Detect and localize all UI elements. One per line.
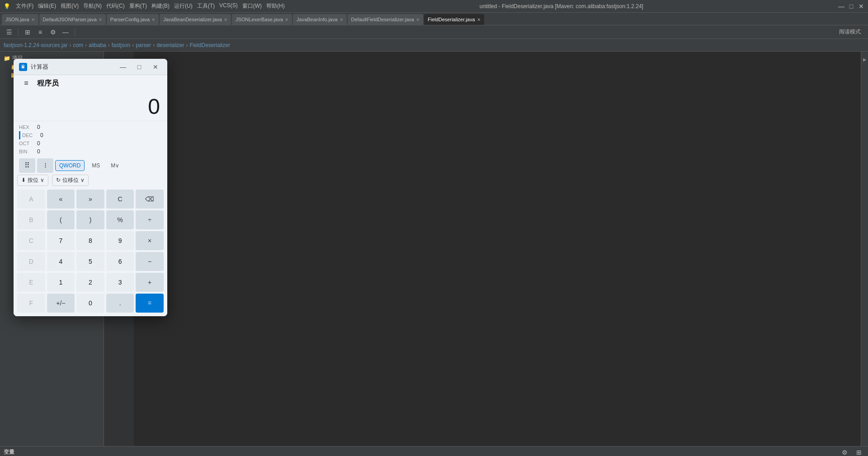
btn-equals[interactable]: = <box>136 294 164 313</box>
tab-javabeandeserializer-close[interactable]: ✕ <box>224 17 227 22</box>
btn-9[interactable]: 9 <box>106 231 134 250</box>
bitshift-button[interactable]: ⬇ 按位 ∨ <box>17 175 48 186</box>
menu-window[interactable]: 窗口(W) <box>242 2 262 10</box>
maximize-button[interactable]: □ <box>848 3 854 10</box>
structure-button[interactable]: ⊞ <box>22 27 33 38</box>
btn-decimal[interactable]: . <box>106 294 134 313</box>
tab-javabeaninfo[interactable]: JavaBeanInfo.java ✕ <box>293 14 347 25</box>
menu-edit[interactable]: 编辑(E) <box>38 2 56 10</box>
btn-divide[interactable]: ÷ <box>136 210 164 229</box>
btn-open-paren[interactable]: ( <box>47 210 75 229</box>
breadcrumb-deserializer[interactable]: deserializer <box>156 42 184 48</box>
tab-jsonlexerbase-close[interactable]: ✕ <box>285 17 288 22</box>
breadcrumb-com[interactable]: com <box>73 42 83 48</box>
calculator-maximize-button[interactable]: □ <box>133 61 146 73</box>
hex-row[interactable]: HEX 0 <box>19 123 162 131</box>
hide-panel-button[interactable]: — <box>60 27 71 38</box>
btn-8[interactable]: 8 <box>76 231 104 250</box>
window-controls[interactable]: — □ ✕ <box>838 3 864 10</box>
tab-parserconfig-close[interactable]: ✕ <box>151 17 155 22</box>
btn-subtract[interactable]: − <box>136 252 164 271</box>
tab-javabeaninfo-close[interactable]: ✕ <box>340 17 343 22</box>
btn-lshift[interactable]: « <box>47 190 75 209</box>
hierarchy-button[interactable]: ≡ <box>35 27 46 38</box>
btn-5[interactable]: 5 <box>76 252 104 271</box>
tab-parserconfig[interactable]: ParserConfig.java ✕ <box>107 14 159 25</box>
bitgroup-button[interactable]: ⠿ <box>19 158 35 173</box>
tab-json[interactable]: JSON.java ✕ <box>2 14 38 25</box>
tab-fielddeserializer[interactable]: FieldDeserializer.java ✕ <box>424 14 484 25</box>
tab-jsonlexerbase[interactable]: JSONLexerBase.java ✕ <box>232 14 292 25</box>
tab-fielddeserializer-close[interactable]: ✕ <box>477 17 481 22</box>
code-content[interactable] <box>134 52 861 446</box>
menu-bar[interactable]: 文件(F) 编辑(E) 视图(V) 导航(N) 代码(C) 重构(T) 构建(B… <box>16 2 285 10</box>
dec-row[interactable]: DEC 0 <box>19 131 162 139</box>
nibble-button[interactable]: ⁝ <box>37 158 53 173</box>
mv-button[interactable]: M∨ <box>107 161 123 171</box>
btn-plusminus[interactable]: +/− <box>47 294 75 313</box>
btn-7[interactable]: 7 <box>47 231 75 250</box>
btn-3[interactable]: 3 <box>106 273 134 292</box>
tab-javabeandeserializer[interactable]: JavaBeanDeserializer.java ✕ <box>160 14 231 25</box>
btn-B[interactable]: B <box>17 210 45 229</box>
btn-add[interactable]: + <box>136 273 164 292</box>
btn-close-paren[interactable]: ) <box>76 210 104 229</box>
btn-percent[interactable]: % <box>106 210 134 229</box>
btn-A[interactable]: A <box>17 190 45 209</box>
tab-defaultfielddeserializer-label: DefaultFieldDeserializer.java <box>351 17 414 22</box>
breadcrumb-parser[interactable]: parser <box>136 42 151 48</box>
rotate-button[interactable]: ↻ 位移位 ∨ <box>52 175 89 186</box>
menu-build[interactable]: 构建(B) <box>151 2 170 10</box>
menu-refactor[interactable]: 重构(T) <box>129 2 147 10</box>
bin-row[interactable]: BIN 0 <box>19 147 162 156</box>
calculator-minimize-button[interactable]: — <box>117 61 129 73</box>
btn-C-hex[interactable]: C <box>17 231 45 250</box>
code-editor[interactable] <box>104 52 861 446</box>
menu-run[interactable]: 运行(U) <box>174 2 193 10</box>
toolbar: ☰ ⊞ ≡ ⚙ — 阅读模式 <box>0 25 868 39</box>
btn-multiply[interactable]: × <box>136 231 164 250</box>
tab-defaultjsonparser-close[interactable]: ✕ <box>99 17 102 22</box>
menu-view[interactable]: 视图(V) <box>61 2 79 10</box>
btn-6[interactable]: 6 <box>106 252 134 271</box>
tab-defaultfielddeserializer[interactable]: DefaultFieldDeserializer.java ✕ <box>348 14 423 25</box>
close-button[interactable]: ✕ <box>858 3 864 10</box>
btn-C[interactable]: C <box>106 190 134 209</box>
tab-json-close[interactable]: ✕ <box>31 17 35 22</box>
menu-vcs[interactable]: VCS(S) <box>219 2 238 10</box>
tab-defaultjsonparser[interactable]: DefaultJSONParser.java ✕ <box>39 14 106 25</box>
menu-help[interactable]: 帮助(H) <box>266 2 285 10</box>
btn-backspace[interactable]: ⌫ <box>136 190 164 209</box>
minimize-button[interactable]: — <box>838 3 844 10</box>
menu-tools[interactable]: 工具(T) <box>197 2 215 10</box>
bottom-layout-button[interactable]: ⊞ <box>854 447 864 456</box>
btn-D[interactable]: D <box>17 252 45 271</box>
settings-button[interactable]: ⚙ <box>47 27 58 38</box>
btn-2[interactable]: 2 <box>76 273 104 292</box>
calculator-word-row: ⠿ ⁝ QWORD MS M∨ <box>14 157 167 174</box>
menu-file[interactable]: 文件(F) <box>16 2 33 10</box>
ms-button[interactable]: MS <box>86 161 105 171</box>
tab-json-label: JSON.java <box>5 17 29 22</box>
menu-code[interactable]: 代码(C) <box>106 2 125 10</box>
menu-navigate[interactable]: 导航(N) <box>83 2 102 10</box>
shift-label: 按位 <box>28 176 38 184</box>
calculator-close-button[interactable]: ✕ <box>149 61 162 73</box>
project-button[interactable]: ☰ <box>4 27 14 38</box>
tab-defaultfielddeserializer-close[interactable]: ✕ <box>416 17 420 22</box>
oct-row[interactable]: OCT 0 <box>19 139 162 147</box>
breadcrumb-fastjson[interactable]: fastjson <box>112 42 130 48</box>
bottom-settings-button[interactable]: ⚙ <box>839 447 850 456</box>
btn-rshift[interactable]: » <box>76 190 104 209</box>
btn-0[interactable]: 0 <box>76 294 104 313</box>
qword-button[interactable]: QWORD <box>55 160 85 171</box>
btn-E[interactable]: E <box>17 273 45 292</box>
btn-1[interactable]: 1 <box>47 273 75 292</box>
toolbar-separator-1 <box>18 28 19 36</box>
breadcrumb-jar[interactable]: fastjson-1.2.24-sources.jar <box>4 42 67 48</box>
breadcrumb-alibaba[interactable]: alibaba <box>89 42 106 48</box>
btn-4[interactable]: 4 <box>47 252 75 271</box>
breadcrumb-fielddeserializer[interactable]: FieldDeserializer <box>190 42 230 48</box>
btn-F[interactable]: F <box>17 294 45 313</box>
calculator-menu-button[interactable]: ≡ <box>19 76 33 90</box>
